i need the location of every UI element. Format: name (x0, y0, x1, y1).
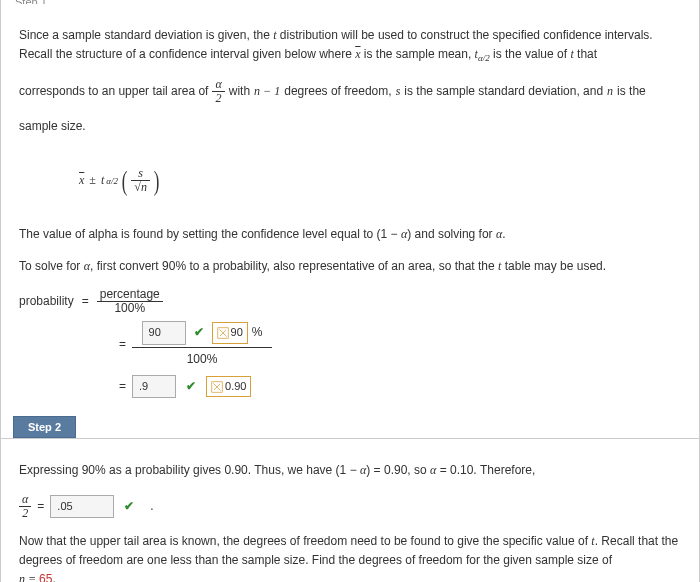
step2-tab: Step 2 (13, 416, 76, 438)
hint-icon (217, 327, 229, 339)
check-icon: ✔ (194, 323, 204, 342)
paragraph-5: To solve for α, first convert 90% to a p… (19, 257, 681, 276)
probability-label: probability (19, 292, 74, 311)
step2-paragraph-2: Now that the upper tail area is known, t… (19, 532, 681, 582)
n-value: 65 (39, 572, 52, 582)
paragraph-4: The value of alpha is found by setting t… (19, 225, 681, 244)
input-alpha-half[interactable]: .05 (50, 495, 114, 519)
prob-calc-line1: = 90 ✔ 90 % 100% = .9 ✔ (19, 321, 681, 398)
hint-icon (211, 381, 223, 393)
alpha-over-2-frac: α2 (212, 78, 224, 105)
step1-body: Since a sample standard deviation is giv… (1, 4, 699, 414)
ci-formula: x ± tα/2 ( s √n ) (19, 149, 681, 214)
step2-body: Expressing 90% as a probability gives 0.… (1, 439, 699, 582)
check-icon: ✔ (124, 497, 134, 516)
check-icon: ✔ (186, 377, 196, 396)
step2-paragraph-1: Expressing 90% as a probability gives 0.… (19, 461, 681, 480)
step2-tab-row: Step 2 (1, 414, 699, 439)
feedback-90: 90 (212, 322, 248, 344)
input-90[interactable]: 90 (142, 321, 186, 345)
paragraph-1: Since a sample standard deviation is giv… (19, 26, 681, 66)
paragraph-3: sample size. (19, 117, 681, 136)
alpha-over-2-value: α2 = .05 ✔ . (19, 493, 681, 520)
probability-equation: probability = percentage 100% (19, 288, 681, 315)
feedback-090: 0.90 (206, 376, 251, 398)
paragraph-2: corresponds to an upper tail area of α2 … (19, 78, 681, 105)
input-point9[interactable]: .9 (132, 375, 176, 399)
